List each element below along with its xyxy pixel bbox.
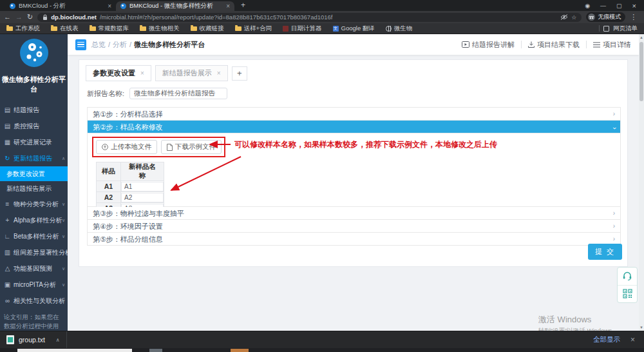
step-label: 第①步：分析样品选择 <box>93 110 163 118</box>
step-3-header[interactable]: 第③步：物种过滤与丰度抽平 › <box>88 207 620 220</box>
incognito-badge[interactable]: 无痕模式 <box>586 12 625 22</box>
bookmark-label: Google 翻译 <box>341 24 375 33</box>
column-header-new-name: 新样品名称 <box>121 162 164 181</box>
bookmark-star-icon[interactable]: ☆ <box>571 14 576 21</box>
sidebar-item-label: 更新结题报告 <box>14 154 52 163</box>
new-sample-name-input[interactable] <box>121 193 164 202</box>
sidebar-item-label: 研究进展记录 <box>14 138 52 147</box>
scrollbar-thumb[interactable] <box>639 42 643 101</box>
sidebar-item-micropita[interactable]: ▣microPITA分析∨ <box>0 277 68 293</box>
bmkcloud-favicon <box>10 3 15 9</box>
hamburger-menu-icon[interactable] <box>75 39 86 50</box>
sidebar-item-label: microPITA分析 <box>14 280 56 289</box>
forward-button[interactable]: → <box>15 14 23 21</box>
sidebar-subitem-new-report-view[interactable]: 新结题报告展示 <box>0 181 68 196</box>
scroll-up-arrow[interactable]: ▲ <box>639 35 644 39</box>
close-window-button[interactable]: × <box>632 2 636 10</box>
workspace: 参数更改设置 × 新结题报告展示 × + 新报告名称: 第①步：分析样品选择 › <box>68 55 639 331</box>
tab-close-icon[interactable]: × <box>217 70 221 77</box>
sidebar-item-beta-diversity[interactable]: ∟Beta多样性分析∨ <box>0 228 68 244</box>
sidebar: 微生物多样性分析平台 ▤结题报告 ▤质控报告 ▦研究进展记录 ↻更新结题报告∧ … <box>0 34 68 331</box>
bookmark-label: 送样+合同 <box>244 24 272 33</box>
background-window-segment <box>231 349 249 352</box>
folder-icon <box>140 26 146 31</box>
step-1-header[interactable]: 第①步：分析样品选择 › <box>88 108 620 121</box>
tab-close-icon[interactable]: × <box>108 3 111 10</box>
project-download-button[interactable]: 项目结果下载 <box>528 40 580 50</box>
breadcrumb-overview[interactable]: 总览 <box>91 41 106 48</box>
browser-tab-title: BMKCloud - 分析 <box>19 2 104 10</box>
qr-code-button[interactable] <box>618 285 637 303</box>
sidebar-item-qc-report[interactable]: ▤质控报告 <box>0 118 68 134</box>
report-name-input[interactable] <box>129 88 227 99</box>
sidebar-item-progress-log[interactable]: ▦研究进展记录 <box>0 134 68 150</box>
sidebar-item-label: Alpha多样性分析 <box>14 216 62 225</box>
tab-new-report-view[interactable]: 新结题报告展示 × <box>155 65 228 81</box>
translate-icon: 文 <box>333 26 339 32</box>
bookmark-folder[interactable]: 常规数据库 <box>90 24 129 33</box>
bookmark-google-translate[interactable]: 文Google 翻译 <box>333 24 375 33</box>
sidebar-item-update-report[interactable]: ↻更新结题报告∧ <box>0 150 68 166</box>
close-download-bar-icon[interactable]: × <box>630 335 635 344</box>
bookmark-folder[interactable]: 工作系统 <box>6 24 40 33</box>
reload-button[interactable]: ↻ <box>27 14 33 21</box>
sidebar-item-group-difference[interactable]: ▥组间差异显著性分析∨ <box>0 244 68 260</box>
browser-tab-2[interactable]: BMKCloud - 微生物多样性分析 × <box>116 1 234 11</box>
tab-close-icon[interactable]: × <box>226 3 230 10</box>
chevron-right-icon: › <box>613 207 615 220</box>
customer-service-button[interactable] <box>618 268 637 285</box>
sidebar-item-taxonomy[interactable]: ≡物种分类学分析∨ <box>0 196 68 212</box>
new-sample-name-input[interactable] <box>121 182 164 191</box>
project-details-button[interactable]: 项目详情 <box>593 40 631 50</box>
step-5-header[interactable]: 第⑤步：样品分组信息 › <box>88 233 620 246</box>
sidebar-item-correlation[interactable]: ∞相关性与关联分析∨ <box>0 293 68 309</box>
chevron-down-icon: › <box>607 127 620 129</box>
add-tab-button[interactable]: + <box>232 66 247 81</box>
download-item-group-txt[interactable]: group.txt ∧ <box>0 331 66 348</box>
step-label: 第③步：物种过滤与丰度抽平 <box>93 210 184 217</box>
step-label: 第④步：环境因子设置 <box>93 222 163 230</box>
bookmark-microbe[interactable]: 微生物 <box>386 24 413 33</box>
back-button[interactable]: ← <box>4 14 11 21</box>
report-video-button[interactable]: 结题报告讲解 <box>462 40 515 50</box>
show-all-downloads-button[interactable]: 全部显示 <box>593 335 620 344</box>
url-path: /microbial.html#/zh/personal/report/upda… <box>100 14 557 21</box>
sidebar-item-alpha-diversity[interactable]: +Alpha多样性分析∨ <box>0 212 68 228</box>
sidebar-item-final-report[interactable]: ▤结题报告 <box>0 102 68 118</box>
reading-list-label[interactable]: 网页清单 <box>613 24 638 33</box>
eye-blocked-icon[interactable] <box>560 14 568 20</box>
download-icon <box>528 41 535 48</box>
sidebar-subitem-parameter-settings[interactable]: 参数更改设置 <box>0 166 68 181</box>
minimize-button[interactable]: — <box>600 3 606 9</box>
submit-button[interactable]: 提 交 <box>588 244 622 260</box>
tab-close-icon[interactable]: × <box>140 70 144 77</box>
bookmark-folder[interactable]: 微生物相关 <box>140 24 180 33</box>
download-example-file-button[interactable]: 下载示例文件 <box>161 140 222 154</box>
sidebar-item-gene-prediction[interactable]: △功能基因预测∨ <box>0 260 68 277</box>
bookmark-date-calculator[interactable]: 日期计算器 <box>283 24 322 33</box>
action-label: 结题报告讲解 <box>472 40 515 50</box>
background-window-segment <box>149 349 162 352</box>
scroll-down-arrow[interactable]: ▼ <box>639 326 644 329</box>
new-tab-button[interactable]: + <box>241 1 245 11</box>
step-4-header[interactable]: 第④步：环境因子设置 › <box>88 220 620 233</box>
address-bar[interactable]: dp.biocloud.net /microbial.html#/zh/pers… <box>37 13 582 22</box>
browser-tab-1[interactable]: BMKCloud - 分析 × <box>5 1 116 11</box>
browser-menu-icon[interactable]: ⋮ <box>630 14 637 21</box>
sample-name-table: 样品 新样品名称 A1 A2 A3 <box>96 162 164 214</box>
document-icon: ▤ <box>4 122 11 130</box>
bookmark-folder[interactable]: 在线表 <box>51 24 79 33</box>
step-2-header[interactable]: 第②步：样品名称修改 › <box>88 121 620 133</box>
upload-local-file-button[interactable]: 上传本地文件 <box>96 140 157 154</box>
bookmark-folder[interactable]: 送样+合同 <box>235 24 272 33</box>
background-window-segment <box>17 349 132 352</box>
record-icon[interactable]: ◉ <box>585 3 590 9</box>
breadcrumb-analysis[interactable]: 分析 <box>113 41 127 48</box>
maximize-button[interactable]: ▢ <box>616 3 622 9</box>
column-header-sample: 样品 <box>97 162 121 181</box>
caret-down-icon: ∨ <box>62 234 65 239</box>
vertical-scrollbar[interactable]: ▲ ▼ <box>639 34 644 331</box>
tab-parameter-settings[interactable]: 参数更改设置 × <box>86 65 151 81</box>
download-caret-icon[interactable]: ∧ <box>56 337 60 343</box>
bookmark-folder[interactable]: 收藏链接 <box>191 24 224 33</box>
